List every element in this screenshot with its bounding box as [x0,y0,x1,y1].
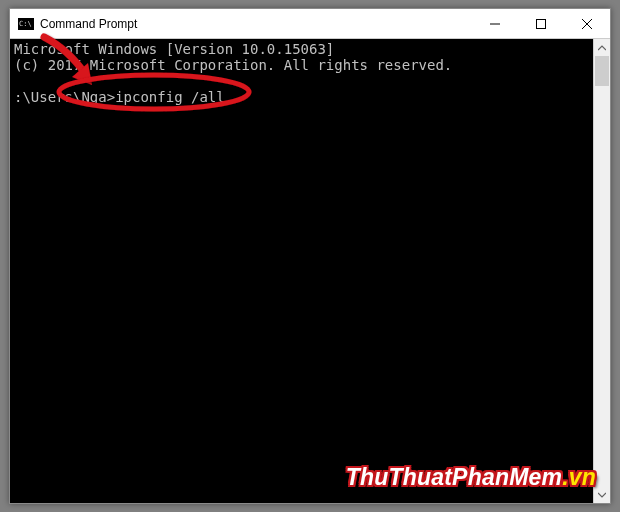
chevron-up-icon [598,45,606,51]
close-button[interactable] [564,9,610,38]
console-line: Microsoft Windows [Version 10.0.15063] [14,41,334,57]
minimize-button[interactable] [472,9,518,38]
maximize-icon [536,19,546,29]
minimize-icon [490,19,500,29]
titlebar[interactable]: Command Prompt [10,9,610,39]
watermark: ThuThuatPhanMem.vn [346,464,596,491]
vertical-scrollbar[interactable] [593,39,610,503]
cmd-icon [18,18,34,30]
svg-rect-1 [537,19,546,28]
console-output[interactable]: Microsoft Windows [Version 10.0.15063] (… [10,39,593,503]
watermark-suffix: .vn [562,464,596,490]
console-line: (c) 2017 Microsoft Corporation. All righ… [14,57,452,73]
scroll-up-button[interactable] [594,39,610,56]
chevron-down-icon [598,492,606,498]
window-controls [472,9,610,38]
scroll-down-button[interactable] [594,486,610,503]
maximize-button[interactable] [518,9,564,38]
client-area: Microsoft Windows [Version 10.0.15063] (… [10,39,610,503]
watermark-main: ThuThuatPhanMem [346,464,562,490]
command-prompt-window: Command Prompt Microsoft Windows [Versio… [9,8,611,504]
console-prompt: :\Users\Nga> [14,89,115,105]
scroll-thumb[interactable] [595,56,609,86]
console-command: ipconfig /all [115,89,225,105]
close-icon [582,19,592,29]
scroll-track[interactable] [594,56,610,486]
window-title: Command Prompt [40,17,472,31]
